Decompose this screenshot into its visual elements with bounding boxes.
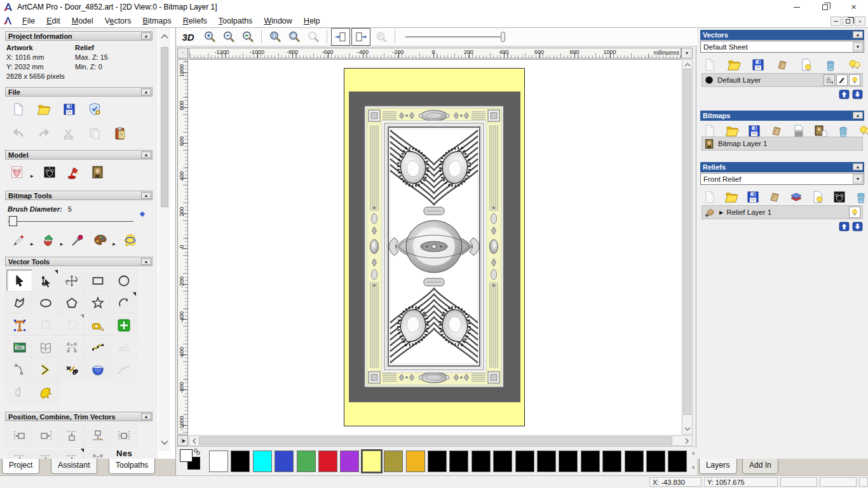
scroll-down-icon[interactable] [682,424,692,434]
greyscale-relief[interactable] [830,188,849,206]
load-image[interactable] [88,163,107,181]
ruler-origin-button[interactable]: ⁘ [177,48,188,58]
mdi-close-button[interactable]: × [855,17,865,26]
vector-sheet-dropdown[interactable]: Default Sheet ▼ [700,41,864,53]
open-vector-layer[interactable] [724,56,743,74]
palette-swatch[interactable] [493,451,512,472]
palette-swatch[interactable] [253,451,272,472]
ruler-units-dropdown[interactable]: ▼ [681,48,693,58]
palette-swatch[interactable] [231,451,250,472]
create-circle[interactable] [111,269,137,292]
palette-swatch[interactable] [581,451,600,472]
tab-toolpaths[interactable]: Toolpaths [109,459,155,474]
toggle-bitmap-visibility[interactable] [331,28,350,46]
stack-reliefs[interactable] [787,188,806,206]
collapse-button[interactable] [141,151,151,158]
ruler-toggle-button[interactable] [177,435,188,446]
zoom-in[interactable] [200,28,219,46]
delete-vector-layer[interactable] [821,56,840,74]
collapse-button[interactable] [141,258,151,265]
cut[interactable] [60,125,79,142]
menu-model[interactable]: Model [66,15,99,27]
trim-vectors[interactable] [58,358,85,381]
view-3d[interactable]: 3D [181,28,200,46]
move-layer-up-button[interactable] [839,90,850,99]
mirror-vectors[interactable] [6,381,32,403]
palette-swatch[interactable] [646,451,665,472]
palette-swatch[interactable] [406,451,425,472]
toggle-vector-visibility[interactable] [351,28,370,46]
move-layer-up-button[interactable] [839,222,850,231]
scrollbar-thumb[interactable] [683,69,691,415]
flyout-arrow-icon[interactable]: ▶ [31,173,34,178]
palette-swatch[interactable] [362,451,381,472]
scroll-right-icon[interactable] [682,436,692,445]
collapse-button[interactable] [853,163,863,170]
bitmap-to-vector-tool[interactable] [121,231,140,249]
close-button[interactable]: × [839,0,868,14]
merge-relief-layers[interactable] [765,188,784,206]
collapse-button[interactable] [141,192,151,199]
vector-layer-row[interactable]: Default Layer [702,73,863,87]
flyout-arrow-icon[interactable]: ▶ [31,241,34,246]
tab-add-in[interactable]: Add In [742,459,778,474]
vertical-scrollbar[interactable] [682,59,693,435]
merge-vector-layers[interactable] [773,56,792,74]
scroll-down-icon[interactable] [159,437,170,449]
dropdown-arrow-icon[interactable]: ▼ [853,42,863,51]
2d-view-canvas[interactable] [189,59,681,435]
zoom-out[interactable] [219,28,238,46]
menu-reliefs[interactable]: Reliefs [177,15,213,27]
colour-palette-tool[interactable] [91,231,110,249]
move-layer-down-button[interactable] [852,222,863,231]
paste[interactable] [111,125,130,142]
flood-fill-tool[interactable] [39,231,58,249]
wrap-text-curve[interactable] [32,314,58,336]
fit-curve[interactable] [111,358,137,381]
measure-tool[interactable] [85,314,111,336]
flyout-arrow-icon[interactable]: ▶ [112,241,116,246]
layer-visibility-button[interactable] [849,74,860,86]
palette-swatch[interactable] [559,451,578,472]
new-vector-layer[interactable] [797,56,816,74]
menu-vectors[interactable]: Vectors [99,15,137,27]
brush-slider-handle[interactable] [9,216,17,226]
brush-slider-track[interactable] [8,221,133,222]
snap-to-layer-button[interactable] [836,74,848,86]
layer-visibility-button[interactable] [849,207,860,218]
palette-swatch[interactable] [297,451,316,472]
pan-view[interactable] [372,28,391,46]
palette-swatch[interactable] [318,451,337,472]
align-left[interactable] [6,424,32,447]
undo[interactable] [9,125,28,142]
nesting-tool[interactable]: Nes [116,449,132,458]
create-text[interactable] [6,314,32,336]
palette-swatch[interactable] [384,451,403,472]
tab-project[interactable]: Project [2,459,39,474]
scrollbar-thumb[interactable] [199,437,672,445]
layer-colour-icon[interactable] [704,75,714,85]
align-center-1[interactable] [6,448,32,459]
tab-layers[interactable]: Layers [699,459,737,474]
primary-colour-swatch[interactable] [180,449,193,462]
transform-vectors[interactable] [58,269,85,292]
mdi-restore-button[interactable] [843,17,853,26]
menu-help[interactable]: Help [298,15,326,27]
collapse-button[interactable] [141,88,151,95]
primary-secondary-colour-selector[interactable] [180,449,204,473]
save-relief-layer[interactable] [743,188,763,206]
flyout-arrow-icon[interactable]: ▶ [60,241,64,246]
model-properties[interactable] [85,100,104,118]
menu-edit[interactable]: Edit [41,15,66,27]
scroll-up-icon[interactable] [159,30,170,42]
assistant-scrollbar[interactable] [159,28,170,451]
palette-scroll-down-icon[interactable]: ∨ [691,464,695,470]
zoom-box[interactable] [285,28,304,46]
pick-colour-tool[interactable] [68,231,87,249]
new-sheet[interactable] [700,56,719,74]
paint-tool[interactable] [9,231,28,249]
menu-file[interactable]: File [17,15,41,27]
palette-swatch[interactable] [340,451,359,472]
palette-swatch[interactable] [275,451,294,472]
create-polyline[interactable] [6,292,32,314]
